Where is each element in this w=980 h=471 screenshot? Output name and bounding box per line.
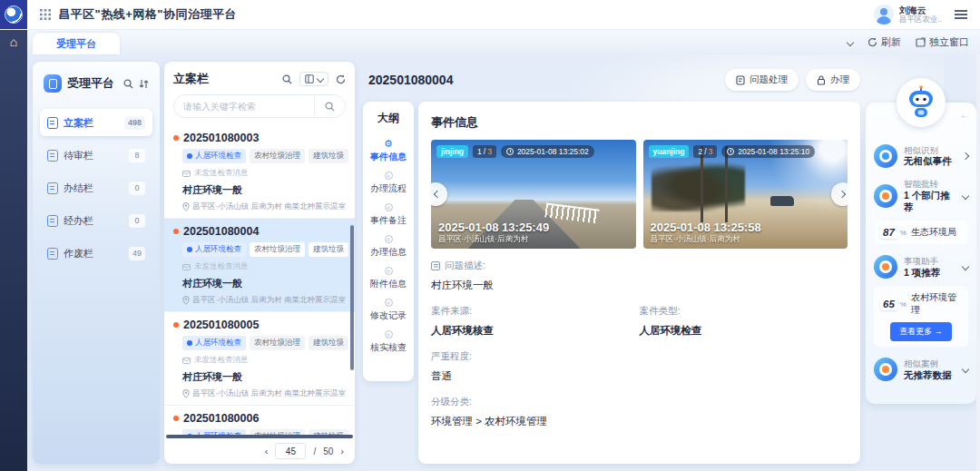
view-mode-dropdown[interactable] [299, 72, 328, 86]
tag-badge: 农村垃圾治理 [250, 336, 305, 350]
count-badge: 49 [129, 247, 145, 260]
dispatch-recommendation[interactable]: 87 % 生态环境局 [874, 221, 968, 244]
event-photo-1[interactable]: jinjing 1/3 2025-01-08 13:25:02 2025-01-… [431, 140, 636, 249]
count-badge: 0 [129, 214, 145, 228]
page-number-input[interactable] [275, 443, 306, 459]
case-summary: 村庄环境一般 [182, 183, 346, 197]
chevron-down-icon [962, 192, 969, 200]
section-title: 事件信息 [431, 114, 848, 131]
logo-icon [5, 5, 23, 24]
robot-mascot-icon[interactable] [897, 78, 946, 127]
search-button[interactable] [314, 95, 345, 117]
outline-item-handling-info[interactable]: 办理信息 [370, 235, 407, 259]
clock-icon [506, 148, 514, 155]
home-icon[interactable]: ⌂ [0, 29, 27, 54]
chevron-down-icon [962, 263, 969, 270]
refresh-button[interactable]: 刷新 [867, 35, 901, 49]
tag-badge: 人居环境检查 [182, 242, 246, 257]
sidebar-item-handled[interactable]: 经办栏 0 [40, 207, 152, 234]
case-location: 昌平区·小汤山镇 后蔺为村 南菜北种展示温室(小汤山镇立... [182, 388, 346, 399]
top-header: 昌平区"热线+网格"协同治理平台 刘海云 昌平区农业.. [0, 0, 980, 29]
unread-dot-icon [173, 416, 179, 421]
tag-badge: 建筑垃圾 [309, 336, 348, 350]
clipboard-icon [47, 182, 58, 194]
event-photo-2[interactable]: yuanjing 2/3 2025-01-08 13:25:10 2025-01… [643, 140, 848, 249]
outline-item-attachments[interactable]: 附件信息 [370, 267, 407, 290]
outline-item-process[interactable]: 办理流程 [370, 172, 407, 195]
tag-badge: 人居环境检查 [182, 149, 246, 163]
next-page-button[interactable]: › [340, 446, 344, 456]
tag-badge: 人居环境检查 [182, 429, 246, 435]
similar-cases-row[interactable]: 相似案例 无推荐数据 [874, 358, 968, 381]
tag-badge: 农村垃圾治理 [250, 242, 305, 257]
photo-watermark: 2025-01-08 13:25:58 昌平区·小汤山镇·后蔺为村 [651, 221, 761, 245]
gear-icon: ⚙ [384, 140, 393, 148]
problem-desc-label: 问题描述: [431, 260, 848, 272]
tag-badge: 建筑垃圾 [309, 242, 348, 257]
user-menu[interactable]: 刘海云 昌平区农业.. [874, 5, 942, 25]
sidebar-item-pending-review[interactable]: 待审栏 8 [40, 142, 152, 169]
app-window: 昌平区"热线+网格"协同治理平台 刘海云 昌平区农业.. 受理平台 刷新 独立窗… [0, 0, 980, 471]
handle-button[interactable]: 办理 [806, 69, 860, 91]
photo-time-badge: 2025-01-08 13:25:02 [501, 145, 594, 158]
sidebar-item-voided[interactable]: 作废栏 49 [40, 240, 152, 267]
layout-icon [305, 74, 314, 83]
tag-badge: 人居环境检查 [182, 336, 246, 350]
tab-bar: 受理平台 刷新 独立窗口 [27, 29, 980, 54]
window-scrollbar[interactable] [976, 54, 980, 471]
case-status: 未发送检查消息 [182, 168, 346, 179]
tabs-dropdown-icon[interactable] [847, 38, 854, 45]
chevron-down-icon [962, 366, 969, 373]
list-vertical-scrollbar[interactable] [350, 225, 354, 370]
matter-helper-row[interactable]: 事项助手 1 项推荐 [874, 255, 968, 279]
photo-prev-button[interactable] [431, 182, 447, 206]
photo-counter: 2/3 [693, 145, 717, 158]
search-icon[interactable] [123, 79, 133, 89]
helper-recommendation: 65 % 农村环境管理 查看更多 → [874, 286, 968, 347]
step-dot-icon [385, 203, 393, 211]
similar-recognition-row[interactable]: 相似识别 无相似事件 [874, 144, 968, 168]
detail-header: 202501080004 问题处理 办理 [361, 64, 860, 96]
case-id: 202501080004 [173, 225, 346, 238]
case-item-selected[interactable]: 202501080004 人居环境检查 农村垃圾治理 建筑垃圾 未发送检查消息 … [164, 219, 355, 312]
search-icon [325, 102, 335, 112]
case-item[interactable]: 202501080003 人居环境检查 农村垃圾治理 建筑垃圾 未发送检查消息 … [164, 125, 355, 219]
collapse-arrow-icon[interactable]: ← [960, 110, 969, 120]
case-item[interactable]: 202501080005 人居环境检查 农村垃圾治理 建筑垃圾 未发送检查消息 … [164, 312, 355, 406]
app-title: 昌平区"热线+网格"协同治理平台 [58, 6, 237, 23]
lock-icon [817, 75, 826, 85]
clipboard-icon [47, 150, 58, 162]
problem-handling-button[interactable]: 问题处理 [725, 69, 799, 91]
prev-page-button[interactable]: ‹ [265, 446, 269, 456]
apps-grid-icon[interactable] [40, 9, 51, 20]
severity-value: 普通 [431, 369, 848, 383]
matter-helper-icon [874, 255, 897, 279]
sort-icon[interactable] [139, 79, 149, 89]
severity-label: 严重程度: [431, 350, 848, 363]
chevron-left-icon [433, 191, 440, 198]
hamburger-menu-icon[interactable] [955, 10, 967, 19]
outline-item-remarks[interactable]: 事件备注 [370, 203, 407, 227]
step-dot-icon [385, 299, 393, 307]
sidebar-item-filing[interactable]: 立案栏 498 [40, 109, 152, 136]
outline-item-verification[interactable]: 核实核查 [370, 330, 407, 354]
left-rail: ⌂ [0, 29, 27, 471]
location-pin-icon [182, 389, 190, 398]
unread-dot-icon [173, 135, 179, 141]
refresh-icon[interactable] [336, 74, 346, 84]
keyword-search-input[interactable] [174, 102, 314, 112]
count-badge: 0 [129, 182, 145, 195]
standalone-window-button[interactable]: 独立窗口 [916, 35, 969, 49]
case-item[interactable]: 202501080006 人居环境检查 农村垃圾治理 建筑垃圾 未发送检查消息 … [164, 406, 355, 435]
outline-item-edit-history[interactable]: 修改记录 [370, 299, 407, 322]
smart-dispatch-row[interactable]: 智能批转 1 个部门推荐 [874, 179, 968, 213]
search-icon[interactable] [282, 74, 292, 84]
outline-item-event-info[interactable]: ⚙ 事件信息 [370, 140, 407, 163]
view-more-button[interactable]: 查看更多 → [890, 322, 952, 341]
sidebar-item-completed[interactable]: 办结栏 0 [40, 174, 152, 201]
message-icon [182, 358, 191, 364]
tab-accept-platform[interactable]: 受理平台 [33, 33, 120, 54]
step-dot-icon [385, 330, 393, 339]
problem-desc-value: 村庄环境一般 [431, 279, 848, 292]
accept-platform-panel: 受理平台 立案栏 498 待审栏 8 办结栏 0 经办栏 0 作废栏 49 [33, 62, 160, 464]
